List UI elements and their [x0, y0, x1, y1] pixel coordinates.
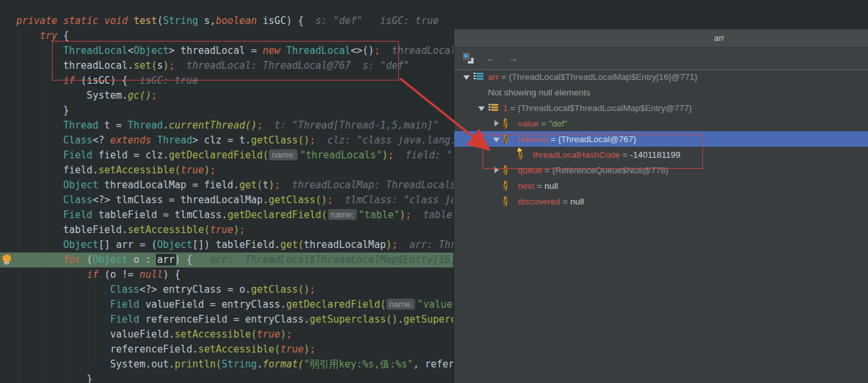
code-token: "弱引用key:%s,值:%s": [304, 358, 413, 370]
code-token: setAccessible(: [198, 343, 280, 355]
tree-row[interactable]: fqueue = {ReferenceQueue$Null@778}: [454, 162, 868, 178]
forward-arrow-icon[interactable]: →: [508, 52, 518, 65]
chevron-down-icon: [478, 106, 485, 111]
code-token: ThreadLocal: [63, 45, 127, 56]
code-token: }: [16, 373, 92, 383]
tree-row[interactable]: freferent = {ThreadLocal@767}: [454, 131, 868, 147]
back-arrow-icon[interactable]: ←: [485, 52, 496, 65]
field-icon-glyph: f: [504, 180, 507, 191]
code-token: name:: [387, 299, 415, 310]
tree-row[interactable]: arr = {ThreadLocal$ThreadLocalMap$Entry[…: [454, 69, 868, 84]
code-token: ;: [151, 90, 157, 101]
code-token: true: [181, 164, 204, 176]
code-token: s: "def" isGC: true: [304, 15, 439, 27]
code-token: [16, 134, 63, 146]
chevron-down-icon: [463, 75, 470, 80]
code-token: valueField.: [16, 328, 175, 340]
code-token: gc: [128, 90, 140, 101]
code-token: Object: [63, 179, 98, 191]
code-token: <>(): [351, 45, 374, 56]
tree-row[interactable]: fvalue = "def": [454, 116, 868, 131]
equals-sign: =: [508, 103, 518, 113]
code-token: Thread: [63, 119, 98, 131]
tree-expander-icon[interactable]: [459, 72, 474, 82]
code-token: [16, 254, 63, 266]
code-token: setAccessible(: [98, 164, 180, 176]
code-token: Class: [63, 194, 92, 206]
code-token: (): [245, 119, 257, 131]
code-token: threadLocalMap = field.: [98, 179, 239, 191]
code-token: set(: [134, 60, 157, 71]
array-icon: [474, 71, 484, 82]
variable-name: next: [518, 181, 535, 191]
popup-title-bar[interactable]: arr: [454, 29, 868, 47]
code-token: name:: [328, 209, 357, 220]
code-token: getClass(): [251, 134, 309, 146]
intention-bulb-icon[interactable]: [1, 254, 11, 265]
equals-sign: =: [499, 72, 509, 82]
code-token: [] arr = (: [98, 239, 157, 251]
code-token: <?: [92, 134, 110, 146]
code-token: ;: [388, 149, 394, 161]
code-token: true: [280, 343, 303, 355]
inspect-variable-icon[interactable]: [462, 52, 474, 64]
code-token: System.out.: [16, 358, 175, 370]
code-token: table: [411, 209, 452, 221]
tree-expander-icon[interactable]: [489, 119, 504, 129]
code-token: Thread: [157, 134, 192, 146]
variable-value: {ThreadLocal@767}: [558, 134, 636, 144]
code-token: (: [157, 15, 163, 27]
equals-sign: =: [539, 119, 548, 129]
code-token: [16, 314, 110, 325]
equals-sign: =: [548, 134, 558, 144]
code-token: tableField = tlmClass.: [92, 209, 227, 221]
code-token: clz: "class java.lang.: [316, 134, 457, 146]
code-token: isGC) {: [257, 15, 303, 27]
code-token: Class: [63, 134, 92, 146]
code-token: (: [81, 254, 92, 266]
code-token: <?> entryClass = o.: [140, 284, 251, 295]
code-token: arr: [156, 254, 176, 266]
code-token: ThreadLocal: [286, 45, 350, 56]
code-token: isGC: [85, 75, 111, 86]
bulb-base: [5, 264, 8, 265]
tree-row[interactable]: fthreadLocalHashCode = -1401181199: [454, 147, 868, 162]
code-token: []) tableField.: [192, 239, 280, 251]
tree-row[interactable]: fdiscovered = null: [454, 193, 868, 209]
tree-expander-icon[interactable]: [474, 103, 489, 113]
code-token: [151, 134, 157, 146]
code-token: try: [40, 30, 57, 42]
code-line[interactable]: private static void test(String s,boolea…: [16, 14, 868, 29]
code-token: referenceField = entryClass.: [140, 314, 310, 325]
code-token: ;: [286, 328, 292, 340]
code-token: ) {: [110, 75, 128, 86]
code-token: > clz = t.: [192, 134, 251, 146]
tree-expander-icon[interactable]: [489, 166, 504, 175]
code-token: [16, 179, 63, 191]
variable-value: null: [570, 197, 584, 206]
code-token: "table": [359, 209, 400, 221]
code-token: getClass(): [251, 284, 309, 295]
code-token: null: [140, 269, 163, 280]
equals-sign: =: [535, 181, 544, 191]
code-token: Class: [110, 284, 140, 295]
code-token: s,: [198, 15, 216, 27]
tree-note-row[interactable]: Not showing null elements: [454, 84, 868, 100]
code-token: Field: [63, 209, 92, 221]
equals-sign: =: [620, 150, 630, 160]
tree-expander-icon[interactable]: [489, 134, 504, 144]
code-token: setAccessible(: [128, 224, 210, 236]
code-token: "threadLocals": [300, 149, 381, 161]
code-token: [16, 299, 110, 310]
ide-window: private static void test(String s,boolea…: [0, 0, 868, 383]
code-token: setAccessible(: [175, 328, 257, 340]
code-token: for: [63, 254, 81, 266]
code-token: tlmClass: "class ja: [333, 194, 457, 206]
tree-row[interactable]: 1 = {ThreadLocal$ThreadLocalMap$Entry@77…: [454, 100, 868, 116]
code-token: referenceField.: [16, 343, 198, 355]
code-token: (): [140, 90, 151, 101]
code-token: ;: [169, 60, 175, 71]
not-showing-null-note: Not showing null elements: [459, 88, 591, 97]
code-token: private static void: [16, 15, 134, 27]
tree-row[interactable]: fnext = null: [454, 178, 868, 193]
